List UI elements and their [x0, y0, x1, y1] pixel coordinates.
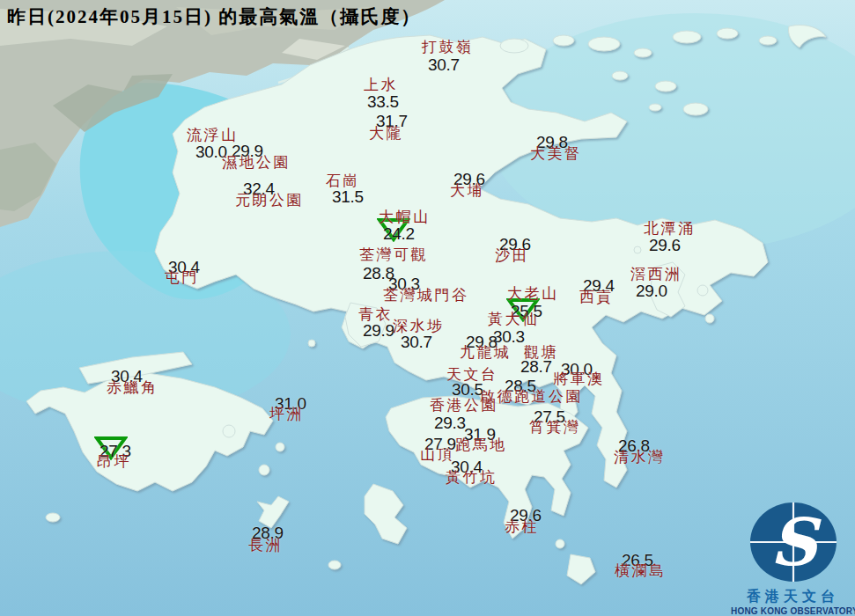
station-name: 打鼓嶺	[422, 40, 474, 55]
station-name: 香港公園	[430, 398, 498, 414]
station-name: 橫瀾島	[615, 563, 667, 579]
station-temp-value: 30.7	[401, 334, 432, 350]
station-name: 黃大仙	[488, 312, 540, 327]
station-name: 大隴	[369, 126, 403, 142]
station-name: 濕地公園	[222, 155, 291, 171]
station-name: 清水灣	[614, 450, 666, 466]
station-name: 筲箕灣	[529, 420, 581, 436]
station-name: 觀塘	[524, 345, 558, 361]
station-name: 大帽山	[379, 209, 431, 225]
hko-logo: S 香港天文台 HONG KONG OBSERVATORY	[731, 502, 855, 616]
station-temp-value: 30.5	[452, 381, 483, 398]
station-name: 青衣	[358, 307, 393, 323]
station-name: 將軍澳	[553, 371, 605, 387]
station-name: 山頂	[420, 447, 454, 463]
hko-logo-icon: S	[739, 502, 848, 583]
station-name: 大老山	[507, 286, 559, 302]
station-name: 元朗公園	[235, 193, 304, 209]
station-name: 石崗	[326, 173, 360, 189]
station-name: 滘西洲	[630, 267, 682, 282]
station-name: 跑馬地	[455, 437, 507, 453]
station-name: 赤鱲角	[107, 380, 158, 396]
stations-layer: 30.7打鼓嶺33.5上水31.7大隴30.0流浮山29.9濕地公園32.4元朗…	[0, 0, 855, 616]
station-temp-value: 29.0	[636, 282, 667, 299]
station-name: 沙田	[495, 248, 529, 264]
station-temp-value: 30.7	[428, 56, 460, 73]
station-temp-value: 29.3	[434, 414, 466, 431]
station-name: 上水	[364, 77, 398, 93]
station-temp-value: 31.5	[332, 188, 364, 205]
hko-logo-english: HONG KONG OBSERVATORY	[731, 606, 855, 616]
station-name: 大埔	[450, 183, 484, 199]
station-name: 昂坪	[97, 454, 131, 470]
svg-text:S: S	[770, 504, 822, 580]
hko-logo-chinese: 香港天文台	[731, 588, 855, 606]
station-name: 天文台	[446, 367, 498, 383]
station-name: 坪洲	[269, 407, 304, 422]
station-name: 長洲	[248, 538, 283, 554]
station-name: 流浮山	[187, 128, 239, 143]
station-name: 大美督	[530, 146, 582, 162]
station-name: 荃灣城門谷	[383, 288, 469, 304]
station-name: 西貢	[579, 290, 614, 305]
station-name: 九龍城	[460, 345, 512, 361]
station-temp-value: 30.3	[493, 328, 525, 345]
station-name: 赤柱	[505, 519, 539, 535]
station-temp-value: 29.9	[363, 322, 394, 339]
station-name: 深水埗	[393, 319, 445, 334]
station-name: 黃竹坑	[446, 470, 498, 486]
station-name: 荃灣可觀	[359, 247, 428, 263]
station-temp-value: 29.6	[649, 237, 681, 253]
station-temp-value: 33.5	[367, 93, 399, 110]
station-temp-value: 24.2	[383, 225, 415, 242]
station-name: 屯門	[165, 270, 199, 286]
max-temperature-map: 昨日(2024年05月15日) 的最高氣溫（攝氏度） 30.7打鼓嶺33.5上水…	[0, 0, 855, 616]
station-name: 北潭涌	[644, 221, 696, 237]
